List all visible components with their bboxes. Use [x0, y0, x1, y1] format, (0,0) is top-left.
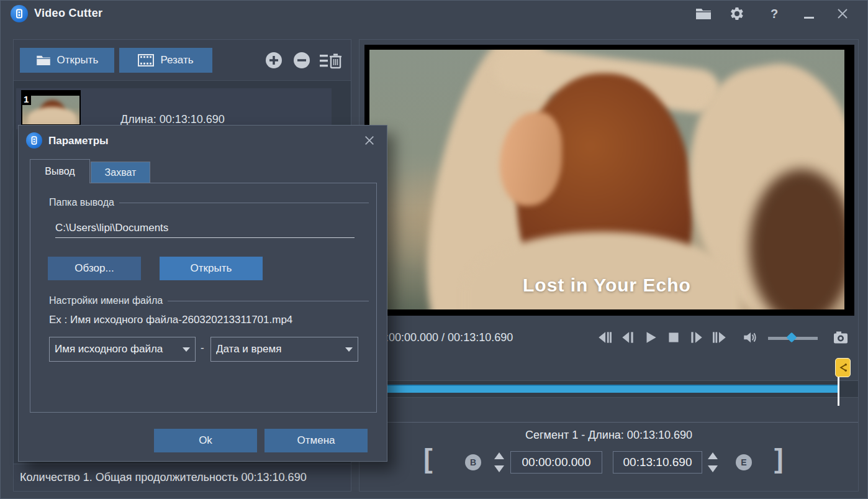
scissors-icon [838, 363, 848, 372]
video-cutter-window: Video Cutter ? Открыть Резать [0, 0, 868, 499]
title-bar: Video Cutter ? [1, 1, 867, 27]
segment-close-bracket: ] [774, 442, 784, 475]
set-end-button[interactable]: E [736, 454, 752, 470]
video-caption-text: Lost in Your Echo [369, 275, 844, 296]
window-title: Video Cutter [34, 7, 102, 20]
playlist-toolbar: Открыть Резать [14, 40, 351, 81]
filename-separator: - [201, 342, 204, 354]
playback-controls: 00:00:00.000 / 00:13:10.690 [359, 321, 858, 357]
remove-file-icon[interactable] [293, 52, 310, 69]
timeline-segment-bar[interactable] [364, 385, 839, 393]
segment-open-bracket: [ [423, 442, 433, 475]
stop-icon[interactable] [666, 329, 682, 346]
segment-end-input[interactable] [613, 451, 702, 474]
dialog-title: Параметры [48, 135, 109, 147]
ok-button[interactable]: Ok [154, 429, 257, 452]
stepper-up-icon[interactable] [708, 452, 718, 459]
cut-video-button[interactable]: Резать [119, 48, 212, 73]
cancel-button[interactable]: Отмена [264, 429, 368, 452]
timeline-track[interactable] [359, 380, 858, 398]
open-video-button[interactable]: Открыть [20, 48, 114, 73]
timeline-marker-flag[interactable] [835, 358, 851, 377]
stepper-up-icon[interactable] [494, 452, 504, 459]
status-text: Количество 1. Общая продолжительность 00… [20, 471, 307, 484]
cut-video-label: Резать [160, 54, 193, 66]
play-icon[interactable] [643, 329, 659, 346]
stepper-down-icon[interactable] [708, 465, 718, 472]
minimize-icon[interactable] [800, 9, 818, 25]
item-duration-label: Длина: 00:13:10.690 [120, 113, 225, 126]
volume-slider-thumb[interactable] [787, 332, 797, 343]
app-icon [11, 5, 28, 22]
step-back-icon[interactable] [620, 329, 636, 346]
filename-settings-group: Настройки имени файла [49, 295, 369, 306]
chevron-down-icon [345, 347, 353, 352]
step-forward-icon[interactable] [689, 329, 705, 346]
filename-part1-dropdown[interactable]: Имя исходного файла [49, 337, 196, 362]
start-time-stepper[interactable] [494, 452, 505, 472]
parameters-dialog: Параметры Вывод Захват Папка вывода C:\U… [18, 125, 387, 462]
timeline-marker-line [838, 377, 839, 406]
help-icon[interactable]: ? [766, 6, 783, 22]
open-file-icon[interactable] [695, 6, 712, 22]
output-path-field[interactable]: C:\Users\lipi\Documents [55, 218, 355, 238]
end-time-stepper[interactable] [707, 452, 718, 472]
clear-list-icon[interactable] [319, 52, 343, 70]
segment-controls: [ B E ] [359, 447, 858, 480]
settings-gear-icon[interactable] [728, 6, 746, 22]
filename-part2-value: Дата и время [216, 343, 341, 355]
browse-button[interactable]: Обзор... [48, 257, 141, 280]
open-folder-button[interactable]: Открыть [160, 257, 263, 280]
timecode-label: 00:00:00.000 / 00:13:10.690 [373, 331, 513, 344]
filename-part2-dropdown[interactable]: Дата и время [210, 337, 358, 362]
volume-icon[interactable] [742, 329, 758, 346]
prev-frame-icon[interactable] [597, 329, 613, 346]
segment-title: Сегмент 1 - Длина: 00:13:10.690 [359, 429, 858, 442]
close-icon[interactable] [834, 6, 851, 22]
status-bar: Количество 1. Общая продолжительность 00… [14, 464, 351, 491]
output-folder-group: Папка вывода [49, 197, 369, 208]
dialog-app-icon [26, 132, 42, 149]
tab-output[interactable]: Вывод [30, 159, 90, 183]
snapshot-camera-icon[interactable] [833, 329, 849, 346]
segment-start-input[interactable] [510, 451, 602, 474]
set-begin-button[interactable]: B [465, 454, 481, 470]
folder-icon [36, 55, 51, 66]
stepper-down-icon[interactable] [494, 465, 504, 472]
video-image: Lost in Your Echo [369, 50, 844, 309]
video-thumbnail: 1 [21, 90, 81, 127]
segment-panel-divider [359, 422, 858, 423]
video-preview: Lost in Your Echo [364, 45, 854, 316]
dialog-close-icon[interactable] [362, 133, 377, 148]
item-index-badge: 1 [21, 94, 31, 105]
open-video-label: Открыть [57, 54, 99, 66]
film-icon [138, 54, 154, 66]
volume-slider[interactable] [768, 334, 818, 342]
playlist-item[interactable]: 1 Длина: 00:13:10.690 [16, 88, 332, 129]
next-frame-icon[interactable] [712, 329, 728, 346]
filename-settings-label: Настройки имени файла [49, 295, 163, 306]
add-file-icon[interactable] [265, 52, 283, 69]
chevron-down-icon [183, 347, 190, 352]
output-tab-page: Папка вывода C:\Users\lipi\Documents Обз… [30, 183, 377, 413]
tab-capture[interactable]: Захват [91, 162, 150, 183]
player-panel: Lost in Your Echo 00:00:00.000 / 00:13:1… [359, 39, 859, 492]
filename-example-label: Ex : Имя исходного файла-260320213311701… [49, 314, 292, 326]
output-folder-label: Папка вывода [49, 197, 114, 208]
filename-part1-value: Имя исходного файла [55, 343, 179, 355]
